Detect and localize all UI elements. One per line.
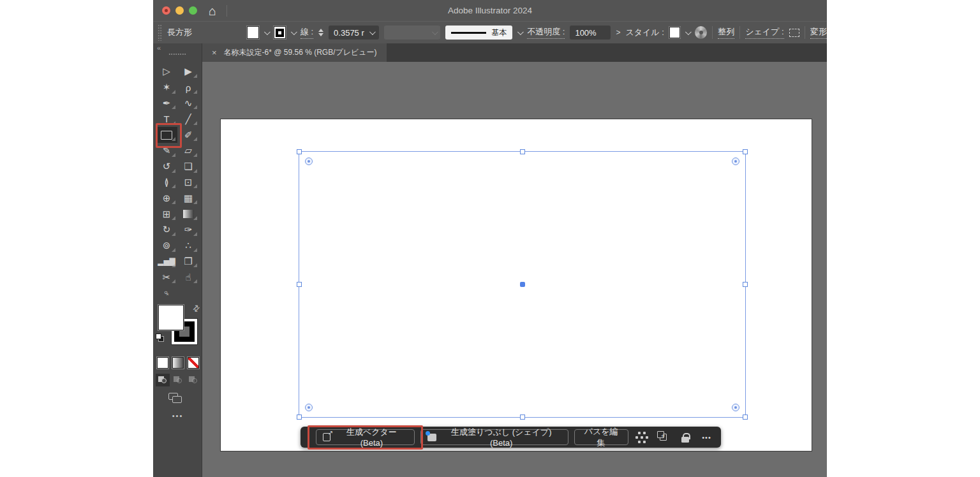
stroke-width-field[interactable]: 0.3575 r	[329, 26, 379, 40]
gradient-tool[interactable]	[177, 206, 199, 222]
swap-fill-stroke-icon[interactable]: ⇄	[190, 302, 202, 314]
fill-proxy-swatch[interactable]	[158, 305, 184, 330]
brush-definition-value: 基本	[491, 27, 507, 38]
selection-handle-bottom-middle[interactable]	[520, 415, 525, 420]
pen-tool[interactable]: ✒	[156, 96, 177, 112]
zoom-tool-icon: ♀	[160, 287, 173, 300]
draw-normal-button[interactable]	[156, 374, 170, 386]
object-center-point[interactable]	[520, 282, 525, 287]
brush-chevron-icon[interactable]	[517, 29, 524, 35]
selection-handle-bottom-left[interactable]	[297, 415, 302, 420]
transform-panel-link[interactable]: 変形	[810, 26, 827, 39]
symbol-sprayer-tool[interactable]: ∴	[177, 238, 199, 254]
zoom-tool[interactable]: ♀	[156, 285, 177, 301]
selection-handle-top-right[interactable]	[743, 149, 748, 154]
magic-wand-tool[interactable]: ✶	[156, 80, 177, 96]
apply-color-button[interactable]	[157, 357, 168, 369]
fill-stroke-area: ⇄	[153, 301, 202, 355]
apply-color-buttons	[153, 357, 202, 369]
mesh-tool[interactable]: ⊞	[156, 206, 177, 222]
group-button[interactable]	[634, 429, 650, 445]
opacity-field[interactable]: 100%	[570, 26, 611, 40]
artboard[interactable]	[220, 119, 812, 451]
window-title: Adobe Illustrator 2024	[448, 6, 532, 15]
canvas[interactable]: ↗ 生成ベクター (Beta) 生成塗りつぶし (シェイプ) (Beta) パス…	[202, 62, 827, 477]
selection-handle-top-left[interactable]	[297, 149, 302, 154]
stroke-width-value: 0.3575 r	[334, 28, 364, 38]
stroke-width-chevron-icon[interactable]	[369, 29, 376, 35]
rotate-view-tool[interactable]: ↻	[156, 222, 177, 238]
direct-selection-tool[interactable]: ▷	[156, 64, 177, 80]
draw-inside-button[interactable]	[186, 374, 200, 386]
shape-properties-icon[interactable]	[789, 29, 799, 37]
graphic-style-swatch[interactable]	[669, 27, 680, 38]
draw-behind-button[interactable]	[171, 374, 185, 386]
document-tab-bar: × 名称未設定-6* @ 59.56 % (RGB/プレビュー)	[202, 43, 827, 62]
default-fill-stroke-icon[interactable]	[156, 334, 165, 342]
opacity-more-button[interactable]: >	[616, 28, 620, 37]
selection-handle-bottom-right[interactable]	[743, 415, 748, 420]
tools-panel-grip[interactable]	[168, 53, 186, 55]
home-icon[interactable]: ⌂	[209, 4, 216, 17]
close-window-button[interactable]	[162, 6, 170, 15]
stroke-chevron-icon[interactable]	[291, 29, 297, 35]
edit-path-button[interactable]: パスを編集	[574, 429, 628, 445]
stroke-width-stepper[interactable]	[318, 29, 323, 36]
width-tool[interactable]: ≬	[156, 175, 177, 191]
fill-color-swatch[interactable]	[247, 26, 259, 39]
annotation-rectangle-tool	[156, 123, 182, 148]
edit-toolbar-button[interactable]: •••	[153, 412, 202, 420]
perspective-grid-tool[interactable]: ▦	[177, 190, 199, 206]
change-screen-mode-icon[interactable]	[168, 393, 182, 403]
control-bar: 長方形 線 : 0.3575 r 基本 不透明度 : 100% > スタイル :…	[153, 21, 827, 43]
hand-tool[interactable]: ☝	[177, 269, 199, 285]
corner-radius-widget-top-right[interactable]	[732, 158, 739, 165]
duplicate-button[interactable]	[655, 429, 671, 445]
selection-handle-top-middle[interactable]	[520, 149, 525, 154]
zoom-window-button[interactable]	[189, 6, 197, 15]
generate-fill-icon	[427, 434, 436, 441]
recolor-artwork-icon[interactable]	[695, 26, 707, 39]
minimize-window-button[interactable]	[175, 6, 184, 15]
generate-fill-button[interactable]: 生成塗りつぶし (シェイプ) (Beta)	[420, 429, 568, 445]
titlebar-divider	[226, 5, 227, 17]
stroke-color-swatch[interactable]	[274, 26, 286, 39]
brush-stroke-preview	[451, 32, 486, 34]
shape-panel-link[interactable]: シェイプ :	[745, 26, 783, 39]
selection-handle-middle-left[interactable]	[297, 282, 302, 287]
selection-handle-middle-right[interactable]	[743, 282, 748, 287]
selection-tool[interactable]: ▶	[177, 64, 199, 80]
free-transform-tool[interactable]: ⊡	[177, 175, 199, 191]
task-bar-more-button[interactable]: •••	[699, 429, 715, 445]
style-chevron-icon[interactable]	[685, 29, 692, 35]
fill-chevron-icon[interactable]	[264, 29, 271, 35]
context-label: 長方形	[167, 27, 192, 38]
shape-builder-tool[interactable]: ⊕	[156, 190, 177, 206]
apply-gradient-button[interactable]	[172, 357, 184, 369]
eyedropper-tool[interactable]: ✑	[177, 222, 199, 238]
slice-tool[interactable]: ✂	[156, 269, 177, 285]
lock-button[interactable]	[677, 429, 693, 445]
curvature-tool[interactable]: ∿	[177, 96, 199, 112]
apply-none-button[interactable]	[188, 357, 199, 369]
blend-tool[interactable]: ⊚	[156, 238, 177, 254]
opacity-panel-link[interactable]: 不透明度 :	[527, 26, 565, 39]
stroke-panel-link[interactable]: 線 :	[301, 26, 313, 39]
artboard-tool[interactable]: ❐	[177, 254, 199, 270]
lock-icon	[681, 437, 689, 443]
document-tab[interactable]: × 名称未設定-6* @ 59.56 % (RGB/プレビュー)	[202, 43, 387, 62]
corner-radius-widget-bottom-left[interactable]	[305, 404, 313, 411]
tab-close-icon[interactable]: ×	[212, 48, 217, 57]
rotate-tool[interactable]: ↺	[156, 159, 177, 175]
control-bar-grip[interactable]	[158, 24, 162, 41]
brush-definition-dropdown[interactable]: 基本	[445, 26, 512, 40]
column-graph-tool[interactable]: ▂▅▇	[156, 254, 177, 270]
align-panel-link[interactable]: 整列	[718, 26, 734, 39]
lasso-tool[interactable]: ρ	[177, 80, 199, 96]
selected-rectangle[interactable]	[299, 151, 746, 418]
corner-radius-widget-bottom-right[interactable]	[732, 404, 739, 411]
collapse-panel-icon[interactable]: «	[157, 44, 161, 52]
group-icon	[641, 436, 643, 439]
scale-tool[interactable]: ❏	[177, 159, 199, 175]
corner-radius-widget-top-left[interactable]	[305, 158, 313, 165]
